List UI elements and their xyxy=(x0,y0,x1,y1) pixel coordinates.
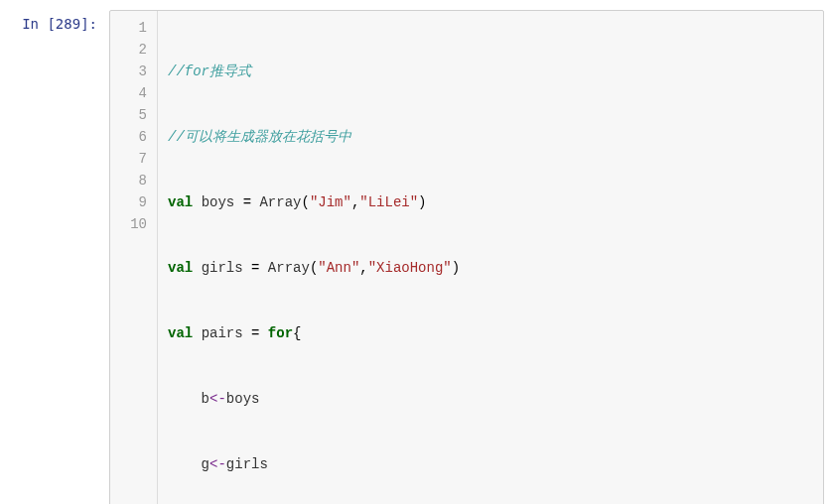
line-gutter: 1 2 3 4 5 6 7 8 9 10 xyxy=(110,11,158,504)
code-line: b<-boys xyxy=(168,388,813,410)
line-number: 3 xyxy=(110,61,147,82)
input-cell: In [289]: 1 2 3 4 5 6 7 8 9 10 //for推导式 … xyxy=(10,10,824,504)
line-number: 2 xyxy=(110,39,147,61)
line-number: 5 xyxy=(110,104,147,126)
line-number: 4 xyxy=(110,82,147,104)
line-number: 1 xyxy=(110,17,147,39)
code-line: val girls = Array("Ann","XiaoHong") xyxy=(168,257,813,279)
code-line: val pairs = for{ xyxy=(168,322,813,344)
line-number: 8 xyxy=(110,170,147,191)
code-line: //for推导式 xyxy=(168,61,813,82)
input-prompt: In [289]: xyxy=(10,10,109,504)
code-content[interactable]: //for推导式 //可以将生成器放在花括号中 val boys = Array… xyxy=(158,11,823,504)
code-line: val boys = Array("Jim","LiLei") xyxy=(168,191,813,213)
line-number: 10 xyxy=(110,213,147,235)
code-line: g<-girls xyxy=(168,453,813,475)
line-number: 7 xyxy=(110,148,147,170)
code-line: //可以将生成器放在花括号中 xyxy=(168,126,813,148)
line-number: 6 xyxy=(110,126,147,148)
line-number: 9 xyxy=(110,191,147,213)
code-area[interactable]: 1 2 3 4 5 6 7 8 9 10 //for推导式 //可以将生成器放在… xyxy=(109,10,824,504)
